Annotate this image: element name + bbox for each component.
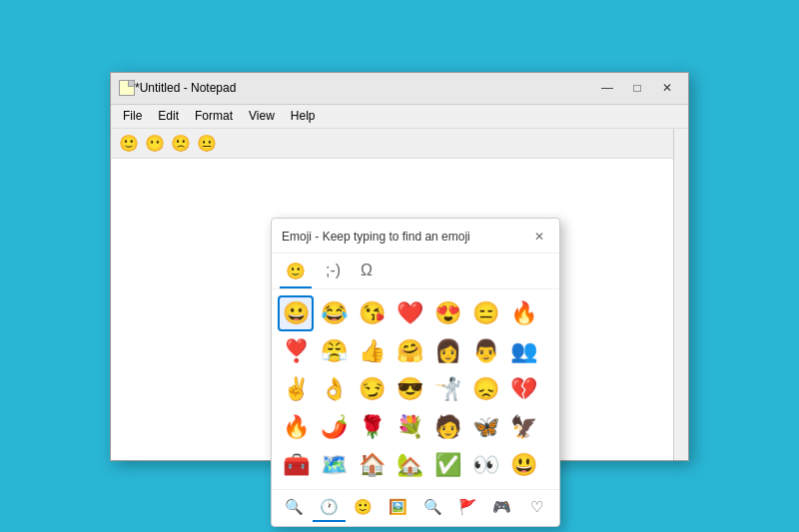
emoji-cell[interactable]: 🤺 xyxy=(429,371,465,407)
maximize-button[interactable]: □ xyxy=(624,78,650,98)
emoji-cell[interactable]: 😤 xyxy=(316,333,352,369)
emoji-cell[interactable]: 😏 xyxy=(354,371,390,407)
emoji-cell[interactable]: 💔 xyxy=(505,371,541,407)
emoji-cell[interactable]: 🏠 xyxy=(354,447,390,483)
emoji-cell[interactable]: 🔥 xyxy=(505,295,541,331)
emoji-cell[interactable]: 💐 xyxy=(392,409,427,445)
emoji-cell[interactable]: 🗺️ xyxy=(316,447,352,483)
emoji-cell[interactable]: 🔥 xyxy=(278,409,314,445)
emoji-cell[interactable]: 👀 xyxy=(467,447,503,483)
menu-edit[interactable]: Edit xyxy=(150,107,187,125)
emoji-tab-smileys[interactable]: 🙂 xyxy=(280,260,312,288)
toolbar-emoji-1[interactable]: 🙂 xyxy=(117,132,141,155)
emoji-cell[interactable]: 👨 xyxy=(467,333,503,369)
emoji-cell[interactable]: 🧑 xyxy=(429,409,465,445)
emoji-cell[interactable]: 👥 xyxy=(505,333,541,369)
emoji-cell[interactable]: ✅ xyxy=(429,447,465,483)
toolbar-emoji-4[interactable]: 😐 xyxy=(195,132,219,155)
emoji-cell[interactable]: 👍 xyxy=(354,333,390,369)
emoji-cell[interactable]: 😞 xyxy=(467,371,503,407)
emoji-nav-search[interactable]: 🔍 xyxy=(278,494,311,522)
emoji-cell[interactable]: 🦋 xyxy=(467,409,503,445)
emoji-cell[interactable]: 😍 xyxy=(429,295,465,331)
emoji-panel-title: Emoji - Keep typing to find an emoji xyxy=(282,230,470,244)
toolbar: 🙂 😶 🙁 😐 xyxy=(111,129,688,159)
emoji-close-button[interactable]: ✕ xyxy=(529,227,549,247)
emoji-cell[interactable]: 😀 xyxy=(278,295,314,331)
emoji-nav-nature[interactable]: 🔍 xyxy=(416,494,449,522)
emoji-panel: Emoji - Keep typing to find an emoji ✕ 🙂… xyxy=(271,218,560,527)
emoji-nav-smileys[interactable]: 🙂 xyxy=(348,494,381,522)
emoji-grid: 😀 😂 😘 ❤️ 😍 😑 🔥 ❣️ 😤 👍 🤗 👩 👨 👥 ✌️ 👌 😏 😎 🤺… xyxy=(272,289,559,489)
toolbar-emoji-3[interactable]: 🙁 xyxy=(169,132,193,155)
emoji-cell[interactable]: 👌 xyxy=(316,371,352,407)
menu-bar: File Edit Format View Help xyxy=(111,105,688,129)
emoji-nav-symbols[interactable]: ♡ xyxy=(520,494,553,522)
emoji-cell[interactable]: 🌹 xyxy=(354,409,390,445)
window-title: *Untitled - Notepad xyxy=(135,81,594,95)
emoji-cell[interactable]: 😑 xyxy=(467,295,503,331)
minimize-button[interactable]: — xyxy=(594,78,620,98)
emoji-cell[interactable]: 🌶️ xyxy=(316,409,352,445)
emoji-cell[interactable]: ❣️ xyxy=(278,333,314,369)
emoji-nav-activity[interactable]: 🎮 xyxy=(486,494,519,522)
notepad-icon xyxy=(119,80,135,96)
emoji-cell[interactable]: 👩 xyxy=(429,333,465,369)
emoji-cell[interactable]: ❤️ xyxy=(392,295,427,331)
close-button[interactable]: ✕ xyxy=(654,78,680,98)
window-controls: — □ ✕ xyxy=(594,78,680,98)
emoji-nav-people[interactable]: 🖼️ xyxy=(382,494,414,522)
emoji-nav-recent[interactable]: 🕐 xyxy=(313,494,346,522)
menu-help[interactable]: Help xyxy=(283,107,324,125)
emoji-tabs: 🙂 ;-) Ω xyxy=(272,254,559,289)
emoji-cell[interactable]: 😂 xyxy=(316,295,352,331)
emoji-cell[interactable]: ✌️ xyxy=(278,371,314,407)
notepad-window: *Untitled - Notepad — □ ✕ File Edit Form… xyxy=(110,72,689,461)
menu-view[interactable]: View xyxy=(241,107,283,125)
emoji-cell[interactable]: 🧰 xyxy=(278,447,314,483)
emoji-panel-header: Emoji - Keep typing to find an emoji ✕ xyxy=(272,219,559,254)
emoji-cell[interactable]: 🏡 xyxy=(392,447,427,483)
emoji-cell[interactable]: 😎 xyxy=(392,371,427,407)
emoji-bottom-nav: 🔍 🕐 🙂 🖼️ 🔍 🚩 🎮 ♡ xyxy=(272,489,559,526)
emoji-cell[interactable]: 😘 xyxy=(354,295,390,331)
menu-format[interactable]: Format xyxy=(187,107,241,125)
emoji-nav-food[interactable]: 🚩 xyxy=(451,494,484,522)
emoji-tab-symbols[interactable]: Ω xyxy=(355,260,379,288)
emoji-cell[interactable]: 🤗 xyxy=(392,333,427,369)
emoji-cell[interactable]: 😃 xyxy=(505,447,541,483)
emoji-tab-kaomoji[interactable]: ;-) xyxy=(320,260,347,288)
toolbar-emoji-2[interactable]: 😶 xyxy=(143,132,167,155)
menu-file[interactable]: File xyxy=(115,107,150,125)
emoji-cell[interactable]: 🦅 xyxy=(505,409,541,445)
title-bar: *Untitled - Notepad — □ ✕ xyxy=(111,73,688,105)
